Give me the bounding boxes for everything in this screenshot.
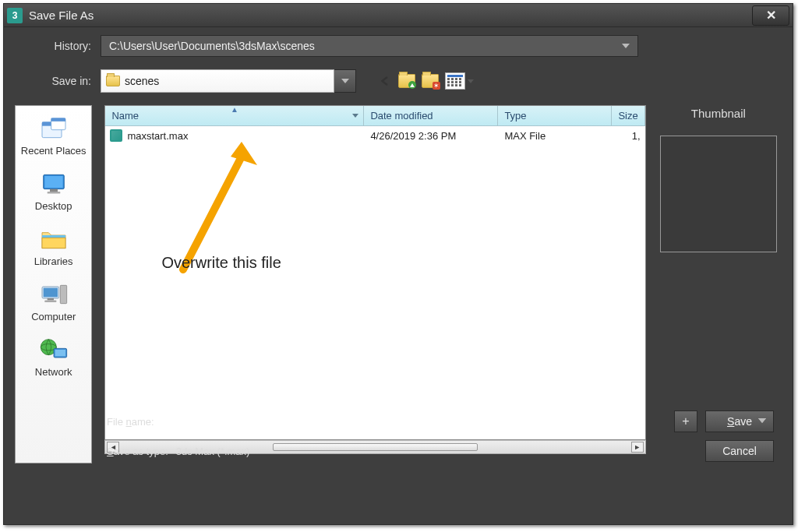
saveastype-dropdown[interactable]: 3ds Max (*.max) — [176, 446, 250, 457]
history-dropdown[interactable]: C:\Users\User\Documents\3dsMax\scenes — [101, 35, 638, 57]
window-title: Save File As — [29, 9, 752, 22]
filename-label: File name: — [107, 416, 154, 428]
chevron-down-icon — [468, 79, 474, 83]
svg-rect-8 — [42, 235, 65, 238]
svg-rect-18 — [55, 350, 65, 356]
savein-value: scenes — [125, 75, 159, 87]
saveastype-label: Save as type: — [107, 446, 168, 457]
column-header-name[interactable]: Name ▲ — [105, 106, 364, 125]
view-menu-button[interactable] — [445, 72, 465, 90]
svg-line-19 — [183, 157, 242, 270]
sidebar-item-recent[interactable]: Recent Places — [18, 111, 90, 163]
savein-dropdown-button[interactable] — [334, 69, 356, 93]
chevron-down-icon — [622, 44, 630, 48]
network-icon — [37, 335, 71, 365]
savein-row: Save in: scenes ✶ — [15, 69, 782, 93]
svg-rect-9 — [42, 238, 65, 248]
column-header-date[interactable]: Date modified — [364, 106, 498, 125]
up-arrow-icon — [408, 81, 416, 89]
sidebar-item-label: Desktop — [18, 200, 90, 212]
back-button[interactable] — [378, 72, 392, 90]
file-type: MAX File — [498, 130, 612, 142]
nav-icons: ✶ — [378, 72, 465, 90]
libraries-icon — [37, 224, 71, 254]
sidebar-item-computer[interactable]: Computer — [18, 277, 90, 329]
chevron-down-icon — [341, 79, 349, 83]
places-sidebar: Recent Places Desktop — [15, 105, 92, 463]
svg-rect-7 — [47, 192, 60, 194]
svg-rect-5 — [44, 176, 62, 188]
column-header-type[interactable]: Type — [498, 106, 612, 125]
sidebar-item-label: Network — [18, 366, 90, 378]
plus-icon: + — [682, 414, 689, 428]
sidebar-item-label: Libraries — [18, 255, 90, 267]
recent-places-icon — [37, 114, 71, 143]
sidebar-item-label: Recent Places — [18, 145, 90, 157]
svg-rect-13 — [47, 298, 53, 301]
file-name: maxstart.max — [127, 130, 188, 142]
svg-marker-20 — [231, 142, 257, 165]
computer-icon — [37, 280, 71, 309]
app-icon: 3 — [7, 8, 23, 23]
desktop-icon — [37, 169, 71, 199]
close-button[interactable]: ✕ — [752, 5, 789, 26]
sidebar-item-desktop[interactable]: Desktop — [18, 166, 90, 218]
sidebar-item-label: Computer — [18, 311, 90, 322]
column-headers: Name ▲ Date modified Type Size — [105, 106, 644, 126]
file-size: 1, — [612, 130, 644, 142]
chevron-down-icon — [352, 114, 358, 118]
up-one-level-icon[interactable] — [398, 74, 415, 88]
thumbnail-label: Thumbnail — [691, 107, 746, 120]
history-row: History: C:\Users\User\Documents\3dsMax\… — [15, 35, 782, 57]
save-file-dialog: 3 Save File As ✕ History: C:\Users\User\… — [3, 3, 793, 525]
saveastype-value: 3ds Max (*.max) — [176, 446, 250, 457]
svg-rect-14 — [44, 301, 56, 303]
annotation-arrow-icon — [152, 137, 308, 277]
folder-icon — [106, 76, 120, 86]
new-badge-icon: ✶ — [433, 82, 440, 90]
column-header-size[interactable]: Size — [612, 106, 644, 125]
close-icon: ✕ — [766, 8, 776, 23]
sidebar-item-network[interactable]: Network — [18, 332, 90, 384]
new-folder-icon[interactable]: ✶ — [422, 74, 439, 88]
chevron-down-icon — [758, 418, 766, 423]
savein-label: Save in: — [15, 75, 101, 87]
sidebar-item-libraries[interactable]: Libraries — [18, 221, 90, 273]
thumbnail-panel: Thumbnail — [655, 105, 782, 463]
thumbnail-preview — [660, 136, 777, 252]
cancel-button[interactable]: Cancel — [705, 440, 774, 462]
annotation-text: Overwrite this file — [161, 254, 281, 272]
history-label: History: — [15, 40, 101, 52]
svg-rect-11 — [43, 288, 57, 298]
history-value: C:\Users\User\Documents\3dsMax\scenes — [109, 40, 315, 52]
file-row[interactable]: maxstart.max 4/26/2019 2:36 PM MAX File … — [105, 126, 644, 145]
increment-button[interactable]: + — [674, 410, 697, 432]
file-list: Name ▲ Date modified Type Size — [104, 105, 645, 440]
svg-rect-3 — [51, 118, 65, 122]
svg-rect-6 — [50, 189, 58, 192]
file-date: 4/26/2019 2:36 PM — [364, 130, 498, 142]
svg-rect-12 — [60, 285, 66, 303]
titlebar: 3 Save File As ✕ — [4, 4, 793, 27]
savein-combo[interactable]: scenes — [101, 69, 334, 93]
sort-ascending-icon: ▲ — [231, 105, 238, 114]
max-file-icon — [110, 129, 122, 142]
